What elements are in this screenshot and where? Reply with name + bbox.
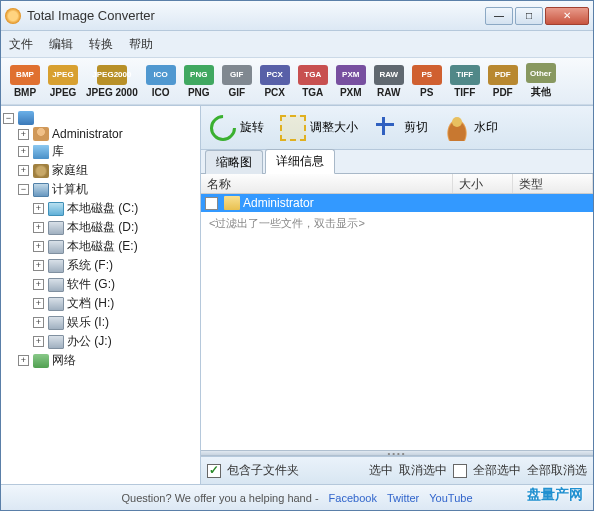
column-type[interactable]: 类型	[513, 174, 593, 193]
tree-drive[interactable]: +软件 (G:)	[3, 275, 198, 294]
list-row[interactable]: Administrator	[201, 194, 593, 212]
tree-network[interactable]: + 网络	[3, 351, 198, 370]
tree-computer[interactable]: − 计算机	[3, 180, 198, 199]
format-raw[interactable]: RAWRAW	[371, 63, 407, 100]
watermark-button[interactable]: 水印	[441, 112, 501, 144]
selection-bar: 包含子文件夹 选中 取消选中 全部选中 全部取消选	[201, 456, 593, 484]
format-badge-icon: TIFF	[450, 65, 480, 85]
list-header[interactable]: 名称 大小 类型	[201, 174, 593, 194]
tree-drive[interactable]: +本地磁盘 (E:)	[3, 237, 198, 256]
expand-icon[interactable]: +	[18, 165, 29, 176]
expand-icon[interactable]: +	[33, 222, 44, 233]
footer-text: Question? We offer you a helping hand -	[121, 492, 318, 504]
folder-tree[interactable]: − + Administrator + 库 + 家庭组	[1, 106, 201, 484]
watermark-text: 盘量产网	[527, 486, 583, 504]
drive-icon	[48, 221, 64, 235]
format-badge-icon: RAW	[374, 65, 404, 85]
crop-icon	[374, 115, 400, 141]
tree-drive[interactable]: +文档 (H:)	[3, 294, 198, 313]
format-tiff[interactable]: TIFFTIFF	[447, 63, 483, 100]
drive-icon	[48, 316, 64, 330]
select-all-checkbox[interactable]	[453, 464, 467, 478]
maximize-button[interactable]: □	[515, 7, 543, 25]
format-jpeg[interactable]: JPEGJPEG	[45, 63, 81, 100]
format-badge-icon: PXM	[336, 65, 366, 85]
tree-drive[interactable]: +娱乐 (I:)	[3, 313, 198, 332]
deselect-all-button[interactable]: 全部取消选	[527, 462, 587, 479]
tree-desktop[interactable]: −	[3, 110, 198, 126]
menu-convert[interactable]: 转换	[89, 36, 113, 53]
titlebar[interactable]: Total Image Converter — □ ✕	[1, 1, 593, 31]
user-icon	[33, 127, 49, 141]
format-badge-icon: ICO	[146, 65, 176, 85]
format-badge-icon: PCX	[260, 65, 290, 85]
content-panel: 旋转 调整大小 剪切 水印 缩略图 详细信息	[201, 106, 593, 484]
rotate-button[interactable]: 旋转	[207, 112, 267, 144]
expand-icon[interactable]: +	[18, 146, 29, 157]
menu-file[interactable]: 文件	[9, 36, 33, 53]
tree-homegroup[interactable]: + 家庭组	[3, 161, 198, 180]
youtube-link[interactable]: YouTube	[429, 492, 472, 504]
format-badge-icon: PNG	[184, 65, 214, 85]
menu-help[interactable]: 帮助	[129, 36, 153, 53]
format-badge-icon: JPEG2000	[97, 65, 127, 85]
library-icon	[33, 145, 49, 159]
select-all-button[interactable]: 全部选中	[473, 462, 521, 479]
resize-icon	[280, 115, 306, 141]
deselect-button[interactable]: 取消选中	[399, 462, 447, 479]
tree-library[interactable]: + 库	[3, 142, 198, 161]
format-pxm[interactable]: PXMPXM	[333, 63, 369, 100]
format-badge-icon: GIF	[222, 65, 252, 85]
expand-icon[interactable]: +	[18, 355, 29, 366]
format-ico[interactable]: ICOICO	[143, 63, 179, 100]
expand-icon[interactable]: +	[33, 279, 44, 290]
stamp-icon	[444, 115, 470, 141]
expand-icon[interactable]: +	[33, 203, 44, 214]
column-name[interactable]: 名称	[201, 174, 453, 193]
drive-icon	[48, 202, 64, 216]
expand-icon[interactable]: +	[33, 336, 44, 347]
menu-edit[interactable]: 编辑	[49, 36, 73, 53]
format-bmp[interactable]: BMPBMP	[7, 63, 43, 100]
filter-note[interactable]: <过滤出了一些文件，双击显示>	[201, 212, 593, 235]
tree-drive[interactable]: +本地磁盘 (D:)	[3, 218, 198, 237]
format-ps[interactable]: PSPS	[409, 63, 445, 100]
expand-icon[interactable]: +	[33, 260, 44, 271]
row-checkbox[interactable]	[205, 197, 218, 210]
format-tga[interactable]: TGATGA	[295, 63, 331, 100]
expand-icon[interactable]: +	[18, 129, 29, 140]
format-badge-icon: PS	[412, 65, 442, 85]
format-jpeg2000[interactable]: JPEG2000JPEG 2000	[83, 63, 141, 100]
close-button[interactable]: ✕	[545, 7, 589, 25]
tree-drive[interactable]: +系统 (F:)	[3, 256, 198, 275]
include-subfolders-checkbox[interactable]	[207, 464, 221, 478]
tab-details[interactable]: 详细信息	[265, 149, 335, 174]
crop-button[interactable]: 剪切	[371, 112, 431, 144]
expand-icon[interactable]: +	[33, 317, 44, 328]
expand-icon[interactable]: +	[33, 241, 44, 252]
minimize-button[interactable]: —	[485, 7, 513, 25]
tab-thumbnail[interactable]: 缩略图	[205, 150, 263, 174]
column-size[interactable]: 大小	[453, 174, 513, 193]
format-pdf[interactable]: PDFPDF	[485, 63, 521, 100]
expand-icon[interactable]: +	[33, 298, 44, 309]
format-png[interactable]: PNGPNG	[181, 63, 217, 100]
menubar: 文件 编辑 转换 帮助	[1, 31, 593, 57]
format-badge-icon: TGA	[298, 65, 328, 85]
resize-button[interactable]: 调整大小	[277, 112, 361, 144]
format-gif[interactable]: GIFGIF	[219, 63, 255, 100]
twitter-link[interactable]: Twitter	[387, 492, 419, 504]
tree-administrator[interactable]: + Administrator	[3, 126, 198, 142]
include-subfolders-label: 包含子文件夹	[227, 462, 299, 479]
format-pcx[interactable]: PCXPCX	[257, 63, 293, 100]
tree-drive[interactable]: +办公 (J:)	[3, 332, 198, 351]
select-button[interactable]: 选中	[369, 462, 393, 479]
collapse-icon[interactable]: −	[3, 113, 14, 124]
file-list[interactable]: Administrator <过滤出了一些文件，双击显示>	[201, 194, 593, 450]
collapse-icon[interactable]: −	[18, 184, 29, 195]
main-area: − + Administrator + 库 + 家庭组	[1, 105, 593, 484]
tree-drive[interactable]: +本地磁盘 (C:)	[3, 199, 198, 218]
network-icon	[33, 354, 49, 368]
facebook-link[interactable]: Facebook	[329, 492, 377, 504]
format-其他[interactable]: Other其他	[523, 61, 559, 101]
